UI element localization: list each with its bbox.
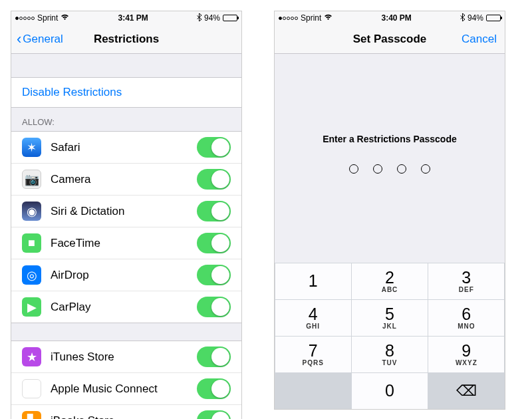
signal-dots-icon [15, 17, 35, 20]
bluetooth-icon [460, 13, 465, 23]
keypad-7[interactable]: 7PQRS [275, 337, 351, 372]
clock-label: 3:41 PM [69, 13, 197, 23]
passcode-dot [373, 164, 382, 174]
carrier-label: Sprint [301, 13, 321, 23]
wifi-icon [324, 14, 332, 22]
allow-row-facetime: ■ FaceTime [11, 227, 241, 259]
toggle-itunes[interactable] [197, 347, 231, 367]
toggle-ibooks[interactable] [197, 410, 231, 419]
backspace-icon: ⌫ [456, 382, 477, 400]
keypad-9[interactable]: 9WXYZ [428, 337, 504, 372]
cell-label: FaceTime [51, 237, 197, 250]
cell-label: Safari [51, 141, 197, 154]
keypad-6[interactable]: 6MNO [428, 300, 504, 336]
passcode-area: Enter a Restrictions Passcode [275, 54, 505, 174]
disable-restrictions-button[interactable]: Disable Restrictions [11, 78, 241, 107]
safari-icon: ✶ [22, 138, 41, 157]
carplay-icon: ▶ [22, 297, 41, 317]
siri-icon: ◉ [22, 202, 41, 221]
chevron-left-icon: ‹ [17, 32, 21, 47]
store-group: ★ iTunes Store ♪ Apple Music Connect ▋ i… [11, 341, 241, 419]
keypad-blank [275, 373, 351, 409]
allow-row-airdrop: ◎ AirDrop [11, 259, 241, 291]
toggle-airdrop[interactable] [197, 265, 231, 285]
nav-bar: Set Passcode Cancel [275, 25, 505, 54]
cell-label: CarPlay [51, 301, 197, 314]
clock-label: 3:40 PM [332, 13, 460, 23]
camera-icon: 📷 [22, 170, 41, 189]
ibooks-icon: ▋ [22, 411, 41, 419]
wifi-icon [61, 14, 69, 22]
signal-dots-icon [279, 17, 298, 20]
set-passcode-screen: Sprint 3:40 PM 94% Set Passcode Cancel E… [274, 11, 505, 410]
itunes-icon: ★ [22, 347, 41, 366]
status-bar: Sprint 3:41 PM 94% [11, 11, 241, 25]
keypad-1[interactable]: 1 [275, 263, 351, 299]
allow-row-camera: 📷 Camera [11, 164, 241, 196]
allow-row-ibooks: ▋ iBooks Store [11, 405, 241, 419]
battery-icon [486, 15, 501, 21]
battery-percent-label: 94% [204, 13, 220, 23]
toggle-camera[interactable] [197, 169, 231, 190]
cell-label: Siri & Dictation [51, 205, 197, 218]
keypad-3[interactable]: 3DEF [428, 263, 504, 299]
toggle-music[interactable] [197, 378, 231, 399]
keypad-5[interactable]: 5JKL [352, 300, 428, 336]
passcode-dot [397, 164, 406, 174]
cell-label: Camera [51, 173, 197, 186]
passcode-dots [275, 164, 505, 174]
back-label: General [23, 33, 63, 46]
bluetooth-icon [197, 13, 201, 23]
carrier-label: Sprint [37, 13, 58, 23]
status-bar: Sprint 3:40 PM 94% [275, 11, 505, 25]
passcode-dot [421, 164, 430, 174]
numeric-keypad: 12ABC3DEF4GHI5JKL6MNO7PQRS8TUV9WXYZ0⌫ [275, 263, 505, 409]
nav-bar: ‹ General Restrictions [11, 25, 241, 54]
allow-group: ✶ Safari 📷 Camera ◉ Siri & Dictation ■ F… [11, 131, 241, 323]
toggle-facetime[interactable] [197, 233, 231, 253]
cell-label: Apple Music Connect [51, 382, 197, 396]
music-icon: ♪ [22, 379, 41, 398]
passcode-prompt: Enter a Restrictions Passcode [275, 134, 505, 144]
back-button[interactable]: ‹ General [11, 32, 68, 47]
keypad-4[interactable]: 4GHI [275, 300, 351, 336]
allow-section-header: ALLOW: [11, 108, 241, 131]
facetime-icon: ■ [22, 233, 41, 253]
disable-restrictions-group: Disable Restrictions [11, 77, 241, 108]
passcode-dot [349, 164, 358, 174]
cancel-button[interactable]: Cancel [454, 33, 505, 46]
allow-row-music: ♪ Apple Music Connect [11, 373, 241, 405]
keypad-2[interactable]: 2ABC [352, 263, 428, 299]
keypad-0[interactable]: 0 [352, 373, 428, 409]
cell-label: iTunes Store [51, 350, 197, 364]
cell-label: iBooks Store [51, 414, 197, 420]
toggle-safari[interactable] [197, 137, 231, 158]
battery-icon [223, 15, 237, 21]
toggle-siri[interactable] [197, 201, 231, 221]
allow-row-siri: ◉ Siri & Dictation [11, 196, 241, 227]
battery-percent-label: 94% [467, 13, 483, 23]
allow-row-safari: ✶ Safari [11, 132, 241, 164]
keypad-8[interactable]: 8TUV [352, 337, 428, 372]
airdrop-icon: ◎ [22, 265, 41, 285]
keypad-delete[interactable]: ⌫ [428, 373, 504, 409]
toggle-carplay[interactable] [197, 297, 231, 317]
restrictions-screen: Sprint 3:41 PM 94% ‹ General Restriction… [11, 11, 242, 419]
allow-row-itunes: ★ iTunes Store [11, 341, 241, 373]
allow-row-carplay: ▶ CarPlay [11, 291, 241, 323]
cell-label: AirDrop [51, 269, 197, 282]
